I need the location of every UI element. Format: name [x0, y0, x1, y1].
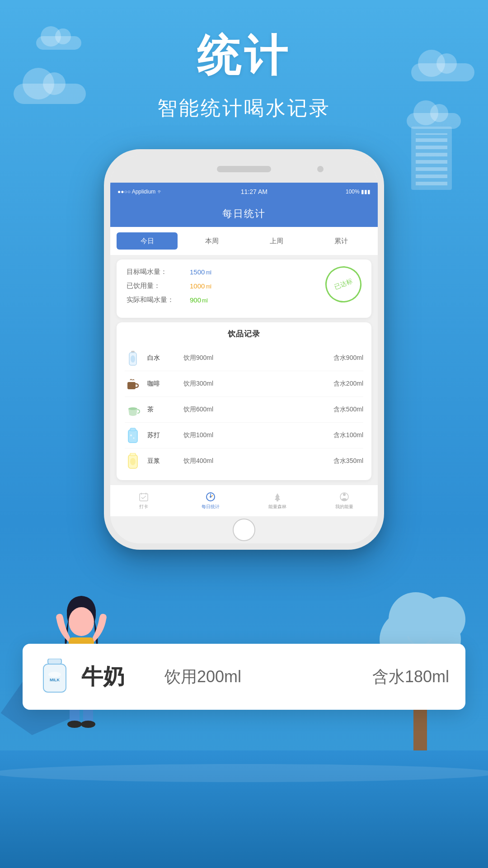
record-drink-tea: 饮用600ml — [183, 406, 333, 414]
coffee-icon — [125, 376, 141, 392]
stats-value-target: 1500ml — [190, 268, 211, 276]
svg-rect-3 — [127, 382, 136, 389]
stats-label-actual: 实际和喝水量： — [127, 296, 190, 304]
record-water-water: 含水900ml — [333, 354, 363, 362]
svg-rect-12 — [140, 494, 148, 501]
soda-icon — [125, 427, 141, 443]
tab-this-week[interactable]: 本周 — [181, 232, 242, 250]
svg-point-23 — [69, 607, 94, 636]
tab-last-week[interactable]: 上周 — [246, 232, 307, 250]
phone-camera — [317, 166, 324, 172]
tab-bar: 今日 本周 上周 累计 — [110, 227, 378, 255]
record-drink-coffee: 饮用300ml — [183, 380, 333, 388]
record-row-coffee: 咖啡 饮用300ml 含水200ml — [125, 371, 363, 397]
app-header: 每日统计 — [110, 201, 378, 227]
stats-label-target: 目标喝水量： — [127, 268, 190, 276]
stats-nav-icon — [206, 492, 216, 502]
checkin-icon — [139, 492, 149, 502]
bottom-nav: 打卡 每日统计 — [110, 485, 378, 516]
svg-rect-6 — [130, 428, 136, 431]
nav-checkin[interactable]: 打卡 — [110, 492, 177, 510]
status-bar: ●●○○ Applidium ᯤ 11:27 AM 100% ▮▮▮ — [110, 183, 378, 201]
svg-point-17 — [343, 493, 346, 496]
record-row-soymilk: 豆浆 饮用400ml 含水350ml — [125, 448, 363, 474]
svg-rect-15 — [277, 500, 278, 501]
tab-total[interactable]: 累计 — [310, 232, 371, 250]
header-area: 统计 智能统计喝水记录 — [0, 27, 488, 122]
nav-daily-stats[interactable]: 每日统计 — [177, 492, 244, 510]
record-row-soda: 苏打 饮用100ml 含水100ml — [125, 423, 363, 448]
phone-frame: ●●○○ Applidium ᯤ 11:27 AM 100% ▮▮▮ 每日统计 … — [104, 149, 384, 550]
svg-rect-18 — [48, 659, 61, 664]
phone-frame-wrapper: ●●○○ Applidium ᯤ 11:27 AM 100% ▮▮▮ 每日统计 … — [104, 149, 384, 550]
tea-icon — [125, 401, 141, 418]
popup-product-name: 牛奶 — [81, 662, 154, 691]
tab-today[interactable]: 今日 — [117, 232, 178, 250]
stats-value-actual: 900ml — [190, 296, 208, 304]
popup-drink-amount: 饮用200ml — [164, 666, 361, 688]
stats-label-drunk: 已饮用量： — [127, 282, 190, 290]
stats-card: 目标喝水量： 1500ml 已饮用量： 1000ml 实际和喝水量： 900ml… — [117, 259, 371, 318]
record-water-tea: 含水500ml — [333, 406, 363, 414]
app-title: 每日统计 — [222, 207, 266, 221]
svg-point-14 — [210, 496, 211, 498]
svg-point-11 — [130, 458, 136, 465]
popup-card: MILK 牛奶 饮用200ml 含水180ml — [23, 644, 465, 710]
forest-icon — [272, 492, 282, 502]
svg-point-4 — [128, 407, 137, 410]
soymilk-icon — [125, 453, 141, 469]
water-background — [0, 750, 488, 868]
drink-records-section: 饮品记录 白水 饮用900ml 含水900ml — [117, 322, 371, 480]
energy-icon — [339, 492, 349, 502]
svg-text:MILK: MILK — [50, 678, 60, 682]
svg-point-21 — [48, 672, 61, 677]
home-button-area — [110, 516, 378, 543]
status-time: 11:27 AM — [241, 188, 267, 195]
svg-point-8 — [133, 438, 135, 439]
record-drink-soymilk: 饮用400ml — [183, 457, 333, 465]
stats-value-drunk: 1000ml — [190, 282, 211, 290]
svg-point-2 — [131, 355, 135, 363]
milk-icon: MILK — [39, 656, 70, 697]
record-water-soda: 含水100ml — [333, 431, 363, 439]
record-drink-water: 饮用900ml — [183, 354, 333, 362]
nav-forest[interactable]: 能量森林 — [244, 492, 311, 510]
record-name-tea: 茶 — [147, 406, 183, 414]
nav-energy[interactable]: 我的能量 — [311, 492, 378, 510]
status-carrier: ●●○○ Applidium ᯤ — [117, 189, 163, 195]
svg-point-27 — [67, 721, 82, 728]
record-name-soymilk: 豆浆 — [147, 457, 183, 465]
record-water-coffee: 含水200ml — [333, 380, 363, 388]
main-title: 统计 — [0, 27, 488, 86]
record-drink-soda: 饮用100ml — [183, 431, 333, 439]
record-name-coffee: 咖啡 — [147, 380, 183, 388]
home-button[interactable] — [233, 519, 255, 541]
status-battery: 100% ▮▮▮ — [346, 189, 371, 195]
svg-point-28 — [81, 721, 95, 728]
record-name-soda: 苏打 — [147, 431, 183, 439]
svg-rect-5 — [128, 430, 137, 443]
records-title: 饮品记录 — [125, 329, 363, 339]
phone-bezel-top — [110, 156, 378, 183]
stats-row-actual: 实际和喝水量： 900ml — [127, 296, 361, 304]
water-icon — [125, 350, 141, 366]
record-name-water: 白水 — [147, 354, 183, 362]
water-wave — [0, 764, 488, 782]
svg-point-7 — [130, 434, 132, 436]
popup-water-amount: 含水180ml — [372, 666, 449, 688]
stats-row-target: 目标喝水量： 1500ml — [127, 268, 361, 276]
record-water-soymilk: 含水350ml — [333, 457, 363, 465]
svg-rect-10 — [130, 453, 136, 456]
building-decoration — [411, 127, 452, 190]
record-row-water: 白水 饮用900ml 含水900ml — [125, 345, 363, 371]
sub-title: 智能统计喝水记录 — [0, 95, 488, 122]
phone-speaker — [217, 166, 271, 172]
record-row-tea: 茶 饮用600ml 含水500ml — [125, 397, 363, 423]
